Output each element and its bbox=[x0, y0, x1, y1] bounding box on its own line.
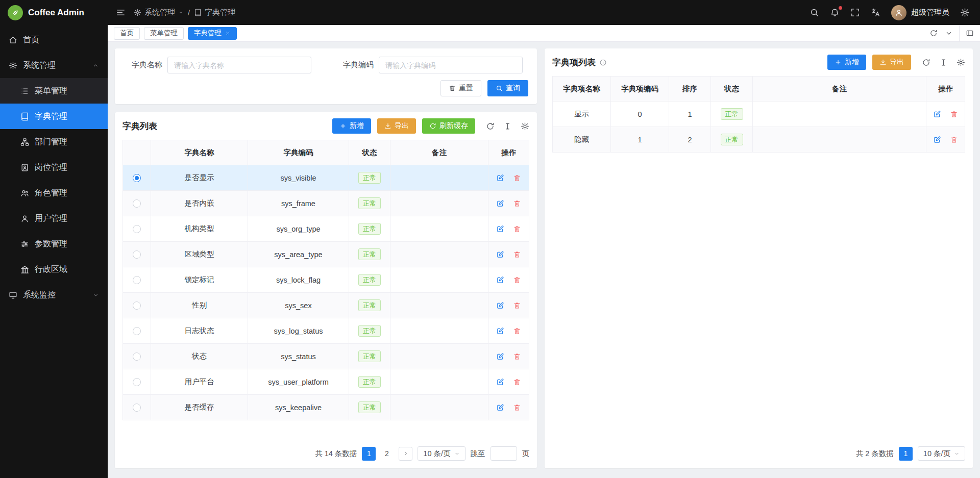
app-logo[interactable]: Coffee Admin bbox=[0, 0, 108, 25]
delete-icon[interactable] bbox=[950, 136, 958, 144]
breadcrumb-level1[interactable]: 系统管理 bbox=[134, 8, 184, 17]
row-radio[interactable] bbox=[133, 378, 141, 386]
chevron-down-icon[interactable] bbox=[945, 29, 953, 37]
edit-icon[interactable] bbox=[496, 378, 504, 386]
table-row[interactable]: 区域类型 sys_area_type 正常 bbox=[123, 242, 529, 267]
row-radio[interactable] bbox=[133, 353, 141, 361]
edit-icon[interactable] bbox=[496, 250, 504, 259]
table-row[interactable]: 隐藏 1 2 正常 bbox=[553, 127, 965, 153]
fullscreen-icon[interactable] bbox=[850, 8, 860, 17]
edit-icon[interactable] bbox=[496, 276, 504, 284]
page-button[interactable]: 2 bbox=[380, 447, 394, 461]
page-button[interactable]: 1 bbox=[362, 447, 376, 461]
tab-dict-mgmt[interactable]: 字典管理 bbox=[188, 27, 237, 40]
delete-icon[interactable] bbox=[513, 250, 521, 259]
sidebar-group-system[interactable]: 系统管理 bbox=[0, 53, 108, 78]
query-button[interactable]: 查询 bbox=[487, 80, 528, 96]
dict-code-input[interactable] bbox=[379, 57, 523, 73]
content-fullscreen-icon[interactable] bbox=[959, 25, 980, 41]
edit-icon[interactable] bbox=[933, 110, 941, 118]
item-sort-cell: 2 bbox=[669, 127, 711, 153]
delete-icon[interactable] bbox=[513, 301, 521, 310]
table-row[interactable]: 锁定标记 sys_lock_flag 正常 bbox=[123, 267, 529, 293]
table-row[interactable]: 日志状态 sys_log_status 正常 bbox=[123, 318, 529, 344]
table-settings-gear-icon[interactable] bbox=[521, 122, 529, 131]
delete-icon[interactable] bbox=[513, 199, 521, 208]
table-row[interactable]: 是否内嵌 sys_frame 正常 bbox=[123, 191, 529, 216]
table-settings-gear-icon[interactable] bbox=[957, 58, 965, 67]
tab-home[interactable]: 首页 bbox=[114, 27, 140, 40]
delete-icon[interactable] bbox=[513, 225, 521, 233]
delete-icon[interactable] bbox=[513, 378, 521, 386]
edit-icon[interactable] bbox=[496, 404, 504, 412]
page-button[interactable]: 1 bbox=[899, 447, 913, 461]
delete-icon[interactable] bbox=[950, 110, 958, 118]
sidebar-item-param-mgmt[interactable]: 参数管理 bbox=[0, 231, 108, 257]
refresh-icon[interactable] bbox=[922, 58, 930, 67]
row-radio[interactable] bbox=[133, 404, 141, 412]
sidebar-item-dict-mgmt[interactable]: 字典管理 bbox=[0, 104, 108, 129]
sidebar-item-post-mgmt[interactable]: 岗位管理 bbox=[0, 155, 108, 180]
settings-gear-icon[interactable] bbox=[960, 8, 970, 17]
refresh-icon[interactable] bbox=[929, 29, 938, 37]
refresh-cache-button[interactable]: 刷新缓存 bbox=[422, 118, 475, 134]
sidebar-item-region-mgmt[interactable]: 行政区域 bbox=[0, 257, 108, 282]
search-icon[interactable] bbox=[810, 8, 819, 17]
edit-icon[interactable] bbox=[496, 199, 504, 208]
edit-icon[interactable] bbox=[933, 136, 941, 144]
density-icon[interactable] bbox=[503, 122, 512, 131]
sidebar-item-user-mgmt[interactable]: 用户管理 bbox=[0, 206, 108, 231]
table-row[interactable]: 用户平台 sys_user_platform 正常 bbox=[123, 369, 529, 395]
reset-button[interactable]: 重置 bbox=[440, 80, 481, 96]
edit-icon[interactable] bbox=[496, 225, 504, 233]
close-icon[interactable] bbox=[225, 31, 231, 36]
ops-cell bbox=[926, 127, 965, 153]
translate-icon[interactable] bbox=[871, 8, 880, 17]
row-radio[interactable] bbox=[133, 301, 141, 310]
row-radio[interactable] bbox=[133, 174, 141, 182]
edit-icon[interactable] bbox=[496, 327, 504, 335]
row-radio[interactable] bbox=[133, 276, 141, 284]
table-row[interactable]: 状态 sys_status 正常 bbox=[123, 344, 529, 369]
sidebar-group-monitor[interactable]: 系统监控 bbox=[0, 282, 108, 308]
delete-icon[interactable] bbox=[513, 327, 521, 335]
menu-toggle-icon[interactable] bbox=[116, 8, 126, 17]
sidebar-item-home[interactable]: 首页 bbox=[0, 27, 108, 53]
row-radio[interactable] bbox=[133, 327, 141, 335]
sidebar-item-dept-mgmt[interactable]: 部门管理 bbox=[0, 129, 108, 155]
dict-name-input[interactable] bbox=[167, 57, 311, 73]
delete-icon[interactable] bbox=[513, 404, 521, 412]
table-row[interactable]: 机构类型 sys_org_type 正常 bbox=[123, 216, 529, 242]
sidebar-item-menu-mgmt[interactable]: 菜单管理 bbox=[0, 78, 108, 104]
next-page-button[interactable] bbox=[399, 447, 412, 461]
edit-icon[interactable] bbox=[496, 174, 504, 182]
refresh-icon[interactable] bbox=[486, 122, 495, 131]
density-icon[interactable] bbox=[939, 58, 948, 67]
delete-icon[interactable] bbox=[513, 353, 521, 361]
edit-icon[interactable] bbox=[496, 301, 504, 310]
table-row[interactable]: 是否显示 sys_visible 正常 bbox=[123, 165, 529, 191]
table-row[interactable]: 是否缓存 sys_keepalive 正常 bbox=[123, 395, 529, 420]
row-radio[interactable] bbox=[133, 250, 141, 259]
jump-page-input[interactable] bbox=[491, 446, 517, 461]
export-item-button[interactable]: 导出 bbox=[872, 55, 911, 70]
table-row[interactable]: 显示 0 1 正常 bbox=[553, 102, 965, 127]
page-size-select[interactable]: 10 条/页 bbox=[418, 446, 465, 461]
add-item-button[interactable]: 新增 bbox=[827, 55, 866, 70]
user-menu[interactable]: 超级管理员 bbox=[891, 5, 949, 20]
delete-icon[interactable] bbox=[513, 276, 521, 284]
page-size-select[interactable]: 10 条/页 bbox=[918, 446, 965, 461]
edit-icon[interactable] bbox=[496, 353, 504, 361]
tab-menu-mgmt[interactable]: 菜单管理 bbox=[144, 27, 184, 40]
bell-icon[interactable] bbox=[830, 8, 840, 17]
delete-icon[interactable] bbox=[513, 174, 521, 182]
username: 超级管理员 bbox=[911, 8, 949, 17]
info-icon[interactable] bbox=[599, 59, 607, 66]
export-button[interactable]: 导出 bbox=[377, 118, 416, 134]
row-radio[interactable] bbox=[133, 225, 141, 233]
sidebar-item-role-mgmt[interactable]: 角色管理 bbox=[0, 180, 108, 206]
dict-item-title: 字典项列表 bbox=[552, 57, 596, 68]
add-button[interactable]: 新增 bbox=[332, 118, 371, 134]
table-row[interactable]: 性别 sys_sex 正常 bbox=[123, 293, 529, 318]
row-radio[interactable] bbox=[133, 199, 141, 208]
